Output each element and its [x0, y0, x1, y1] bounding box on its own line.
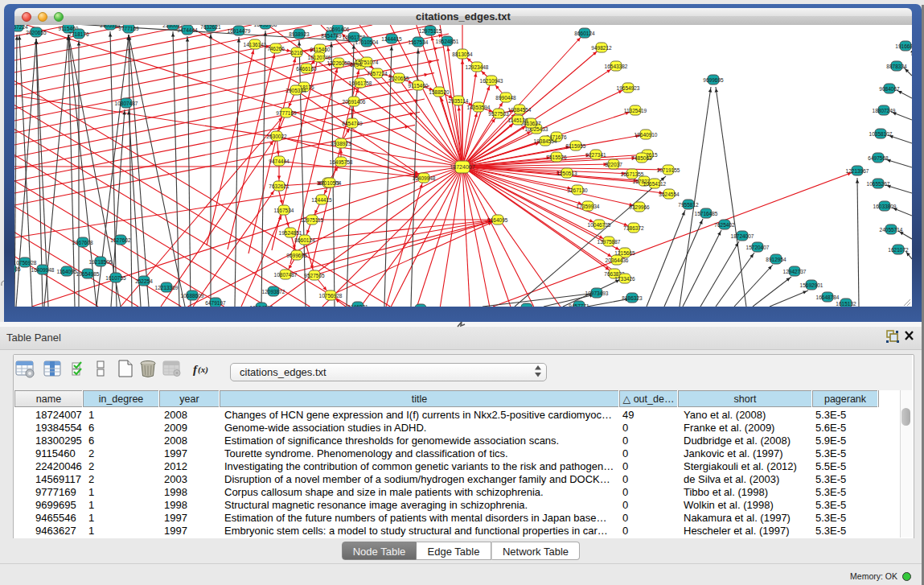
svg-text:9227341: 9227341: [585, 152, 606, 158]
svg-text:1244415: 1244415: [381, 36, 402, 42]
svg-text:16409948: 16409948: [413, 175, 436, 181]
svg-text:18724007: 18724007: [731, 233, 754, 239]
svg-text:15751074: 15751074: [355, 60, 379, 65]
svg-text:2718176: 2718176: [68, 31, 89, 37]
svg-text:15716485: 15716485: [695, 211, 718, 216]
svg-text:17010504: 17010504: [355, 39, 379, 45]
svg-text:7625402: 7625402: [714, 222, 735, 228]
svg-text:746266: 746266: [267, 46, 285, 51]
svg-text:12942737: 12942737: [783, 269, 807, 274]
svg-text:7386372: 7386372: [623, 225, 644, 231]
svg-text:16543382: 16543382: [605, 64, 628, 69]
svg-text:8938923: 8938923: [331, 141, 351, 146]
svg-text:19654985: 19654985: [76, 271, 100, 277]
svg-text:10973493: 10973493: [585, 290, 609, 296]
svg-text:19654923: 19654923: [617, 85, 640, 91]
svg-text:17957255: 17957255: [515, 306, 539, 307]
svg-text:16671355: 16671355: [621, 171, 644, 177]
svg-text:(x): (x): [198, 365, 208, 375]
svg-text:1167534: 1167534: [409, 39, 429, 45]
svg-text:7632621: 7632621: [200, 25, 221, 30]
svg-text:8813054: 8813054: [452, 51, 473, 57]
svg-text:12093872: 12093872: [262, 289, 285, 295]
svg-text:12923448: 12923448: [466, 64, 489, 70]
svg-text:1588520: 1588520: [429, 89, 450, 95]
svg-text:9115460: 9115460: [409, 83, 429, 89]
svg-text:10046735: 10046735: [588, 222, 611, 228]
svg-text:10654112: 10654112: [643, 181, 667, 187]
svg-text:3624554: 3624554: [659, 192, 680, 197]
svg-text:10358107: 10358107: [869, 131, 893, 137]
svg-text:18807249: 18807249: [873, 108, 896, 113]
svg-text:16495758: 16495758: [254, 25, 277, 27]
svg-text:7357224: 7357224: [367, 71, 388, 76]
svg-text:2020655: 2020655: [26, 30, 47, 35]
svg-text:8912954: 8912954: [766, 257, 786, 262]
svg-text:1250513: 1250513: [556, 171, 577, 176]
svg-text:12975115: 12975115: [301, 217, 324, 223]
svg-text:17359934: 17359934: [577, 204, 600, 209]
svg-text:16961758: 16961758: [349, 80, 372, 86]
svg-text:20691406: 20691406: [326, 27, 350, 32]
svg-text:6216: 6216: [291, 50, 303, 56]
svg-text:19218506: 19218506: [89, 259, 113, 265]
svg-text:16154808: 16154808: [250, 305, 273, 307]
svg-text:15692901: 15692901: [800, 282, 823, 288]
svg-text:8660124: 8660124: [294, 237, 315, 243]
svg-text:6466160: 6466160: [296, 66, 317, 72]
svg-text:2967608: 2967608: [72, 240, 93, 245]
svg-text:18724007: 18724007: [450, 164, 474, 170]
svg-text:9115460: 9115460: [310, 47, 331, 52]
svg-text:16120746: 16120746: [308, 55, 331, 60]
svg-text:9146821: 9146821: [347, 304, 368, 307]
svg-text:16210943: 16210943: [480, 78, 503, 84]
svg-text:10688609: 10688609: [181, 293, 204, 299]
svg-text:20691406: 20691406: [343, 99, 366, 105]
svg-text:9329966: 9329966: [629, 204, 650, 210]
svg-text:1164095: 1164095: [57, 269, 77, 274]
svg-text:9699695: 9699695: [703, 77, 724, 83]
svg-text:1145139: 1145139: [508, 117, 528, 123]
svg-text:9777169: 9777169: [276, 110, 297, 116]
svg-text:12213967: 12213967: [846, 168, 869, 174]
svg-text:1527602: 1527602: [110, 237, 131, 243]
svg-text:7632621: 7632621: [269, 183, 290, 189]
svg-text:8186323: 8186323: [622, 295, 643, 301]
svg-text:1215665: 1215665: [614, 250, 635, 256]
svg-text:10756928: 10756928: [14, 260, 37, 266]
svg-text:19524851: 19524851: [436, 39, 459, 44]
svg-text:2905334: 2905334: [100, 25, 121, 28]
svg-text:10807487: 10807487: [274, 272, 298, 278]
svg-text:2020655: 2020655: [388, 76, 409, 81]
svg-text:822037: 822037: [605, 162, 622, 167]
svg-text:1733426: 1733426: [614, 276, 635, 282]
svg-text:9527503: 9527503: [488, 111, 509, 117]
svg-text:13226058: 13226058: [327, 60, 351, 66]
svg-text:3267130: 3267130: [567, 187, 588, 193]
svg-text:1916682: 1916682: [895, 43, 912, 49]
svg-text:12213369: 12213369: [155, 285, 179, 290]
svg-text:13975887: 13975887: [598, 239, 621, 245]
svg-text:7955812: 7955812: [678, 202, 699, 208]
svg-text:1167534: 1167534: [274, 208, 294, 213]
svg-text:16648784: 16648784: [816, 295, 840, 300]
svg-text:11325419: 11325419: [624, 108, 647, 113]
svg-text:1244415: 1244415: [311, 197, 332, 203]
svg-text:1164095: 1164095: [488, 217, 508, 223]
svg-text:10756928: 10756928: [319, 293, 343, 299]
svg-text:6479197: 6479197: [205, 300, 226, 306]
svg-text:16409948: 16409948: [31, 267, 55, 273]
svg-text:16914479: 16914479: [228, 28, 251, 34]
svg-text:19524851: 19524851: [279, 230, 302, 236]
svg-text:1610755: 1610755: [105, 275, 126, 281]
svg-text:10807487: 10807487: [115, 101, 138, 106]
svg-text:7485063: 7485063: [631, 155, 652, 161]
svg-text:16033809: 16033809: [873, 204, 897, 209]
svg-text:1615132: 1615132: [836, 301, 856, 307]
svg-text:9777169: 9777169: [118, 26, 139, 31]
svg-text:19384554: 19384554: [534, 138, 557, 144]
svg-text:9498212: 9498212: [591, 45, 612, 51]
svg-text:9457771: 9457771: [569, 303, 589, 307]
svg-text:18640910: 18640910: [634, 132, 658, 138]
svg-text:8990448: 8990448: [495, 95, 516, 101]
